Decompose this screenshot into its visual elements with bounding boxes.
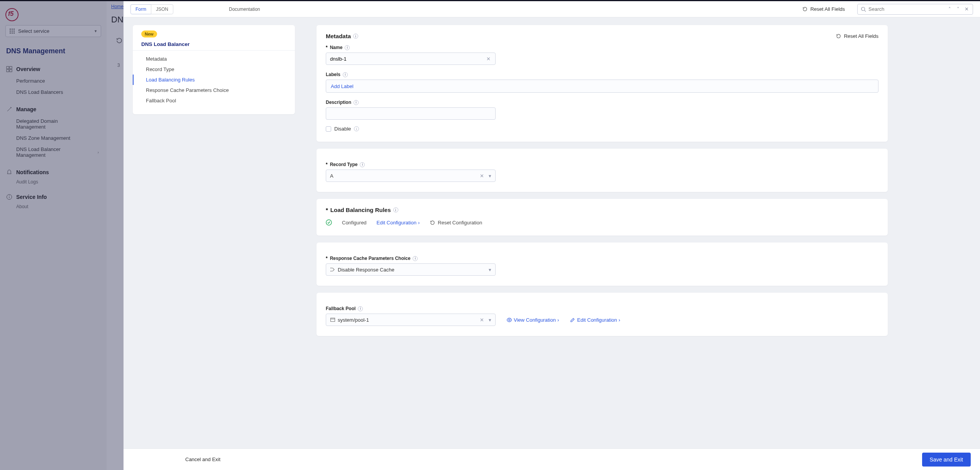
select-service-dropdown[interactable]: Select service ▾ [5, 25, 101, 37]
search-prev-icon[interactable]: ˄ [946, 6, 953, 12]
record-type-label: Record Type [330, 162, 358, 167]
form-nav-item-record-type[interactable]: Record Type [133, 64, 295, 75]
card-metadata-title: Metadata [326, 33, 351, 39]
svg-point-6 [9, 195, 10, 196]
info-icon[interactable]: i [343, 72, 348, 77]
svg-rect-12 [331, 318, 335, 322]
name-input[interactable] [330, 56, 486, 62]
fallback-pool-select[interactable]: system/pool-1 ✕ ▾ [326, 314, 496, 326]
required-star: * [326, 256, 328, 261]
response-cache-select[interactable]: Disable Response Cache ▾ [326, 263, 496, 276]
manage-icon [6, 106, 12, 112]
search-clear-icon[interactable]: ✕ [963, 6, 970, 12]
tab-json-label: JSON [156, 7, 168, 12]
description-input[interactable] [326, 107, 496, 120]
add-label-link[interactable]: Add Label [331, 83, 354, 89]
lbr-reset-link[interactable]: Reset Configuration [430, 220, 482, 226]
disable-label: Disable [334, 126, 351, 132]
reset-icon [802, 6, 808, 12]
sidebar-group-manage[interactable]: Manage [4, 103, 103, 115]
chevron-right-icon: › [557, 317, 559, 323]
clear-icon[interactable]: ✕ [486, 56, 491, 62]
breadcrumb-home[interactable]: Home [111, 4, 124, 9]
apps-grid-icon [10, 29, 15, 34]
sidebar-group-notifications[interactable]: Notifications [4, 166, 103, 178]
labels-box[interactable]: Add Label [326, 80, 878, 93]
editor-header: Form JSON Documentation Reset All Fields… [124, 1, 980, 17]
sidebar-item-delegated-domain[interactable]: Delegated Domain Management [4, 115, 73, 132]
editor-body: New DNS Load Balancer Metadata Record Ty… [124, 17, 980, 470]
search-next-icon[interactable]: ˅ [955, 6, 961, 12]
clear-icon[interactable]: ✕ [479, 317, 485, 323]
fallback-view-label: View Configuration [514, 317, 556, 323]
f5-logo [5, 8, 19, 21]
fallback-pool-label: Fallback Pool [326, 306, 355, 311]
editor-footer: Cancel and Exit Save and Exit [124, 448, 980, 470]
chevron-down-icon: ▾ [95, 29, 97, 34]
info-icon[interactable]: i [345, 45, 350, 50]
sidebar-group-service-info[interactable]: Service Info [4, 191, 103, 203]
svg-rect-0 [7, 66, 9, 69]
reset-icon [836, 33, 841, 39]
sidebar-group-overview-label: Overview [16, 66, 40, 72]
cancel-button-label: Cancel and Exit [185, 456, 220, 462]
sidebar-item-performance[interactable]: Performance [4, 75, 103, 87]
documentation-link[interactable]: Documentation [229, 7, 260, 12]
sidebar-item-audit-logs[interactable]: Audit Logs [4, 178, 103, 187]
tab-form[interactable]: Form [130, 4, 151, 14]
reset-all-fields-card-label: Reset All Fields [844, 33, 878, 39]
tab-json[interactable]: JSON [151, 4, 173, 14]
info-icon[interactable]: i [353, 34, 358, 39]
refresh-icon[interactable] [116, 37, 123, 44]
pencil-icon [570, 317, 575, 323]
eye-icon [506, 317, 512, 323]
chevron-down-icon: ▾ [489, 267, 491, 273]
description-label: Description [326, 100, 351, 105]
sidebar-item-dns-load-balancers[interactable]: DNS Load Balancers [4, 87, 103, 98]
cancel-button[interactable]: Cancel and Exit [183, 453, 223, 465]
fallback-edit-link[interactable]: Edit Configuration › [570, 317, 620, 323]
app-sidebar: Select service ▾ DNS Management Overview… [0, 1, 107, 470]
card-load-balancing-rules: * Load Balancing Rules i Configured Edit… [317, 199, 888, 236]
fallback-view-link[interactable]: View Configuration › [506, 317, 559, 323]
svg-point-11 [330, 271, 331, 271]
info-icon[interactable]: i [360, 162, 365, 167]
lbr-edit-link[interactable]: Edit Configuration › [377, 220, 420, 226]
route-icon [330, 267, 335, 272]
bell-icon [6, 169, 12, 175]
sidebar-item-about[interactable]: About [4, 203, 103, 212]
info-icon[interactable]: i [358, 306, 363, 311]
sidebar-item-zone-management[interactable]: DNS Zone Management [4, 132, 103, 144]
name-label: Name [330, 45, 343, 50]
required-star: * [326, 45, 328, 50]
info-icon[interactable]: i [354, 100, 359, 105]
form-nav-item-metadata[interactable]: Metadata [133, 54, 295, 64]
search-box[interactable]: ˄ ˅ ✕ [857, 4, 973, 15]
reset-all-fields-card[interactable]: Reset All Fields [836, 33, 878, 39]
sidebar-item-dlb-management-label: DNS Load Balancer Management [16, 146, 82, 158]
record-type-value: A [330, 173, 333, 179]
svg-rect-1 [10, 66, 12, 69]
info-icon[interactable]: i [393, 207, 398, 212]
reset-all-fields-top[interactable]: Reset All Fields [802, 6, 845, 12]
sidebar-group-manage-label: Manage [16, 106, 36, 112]
info-icon[interactable]: i [354, 126, 359, 131]
save-button[interactable]: Save and Exit [922, 453, 971, 467]
editor-panel: Form JSON Documentation Reset All Fields… [124, 1, 980, 470]
sidebar-item-dlb-management[interactable]: DNS Load Balancer Management › [4, 144, 103, 161]
form-nav-item-lbr[interactable]: Load Balancing Rules [133, 75, 295, 85]
lbr-edit-label: Edit Configuration [377, 220, 416, 226]
svg-rect-2 [7, 70, 9, 72]
card-metadata: Metadata i Reset All Fields * Name i [317, 25, 888, 142]
card-fallback-pool: Fallback Pool i system/pool-1 ✕ ▾ [317, 293, 888, 336]
info-icon[interactable]: i [413, 256, 418, 261]
name-input-wrap[interactable]: ✕ [326, 53, 496, 65]
sidebar-group-overview[interactable]: Overview [4, 63, 103, 75]
disable-checkbox[interactable] [326, 126, 331, 132]
svg-point-10 [330, 268, 331, 268]
form-nav-item-fallback-pool[interactable]: Fallback Pool [133, 95, 295, 106]
clear-icon[interactable]: ✕ [479, 173, 485, 179]
search-input[interactable] [868, 6, 944, 12]
record-type-select[interactable]: A ✕ ▾ [326, 170, 496, 182]
form-nav-item-response-cache[interactable]: Response Cache Parameters Choice [133, 85, 295, 95]
